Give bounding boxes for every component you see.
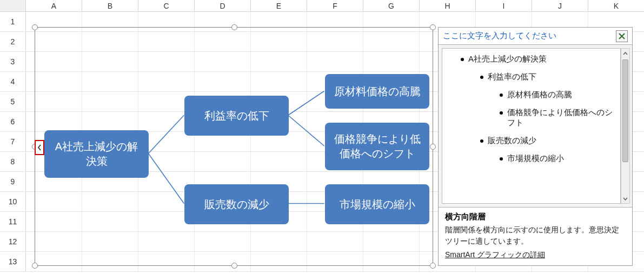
scroll-down-icon[interactable] xyxy=(621,194,629,203)
col-header[interactable]: A xyxy=(26,0,82,11)
pane-body: A社売上減少の解決策 利益率の低下 原材料価格の高騰 価格競争により低価格へのシ… xyxy=(439,45,632,207)
row-header[interactable]: 7 xyxy=(0,132,26,151)
row-header[interactable]: 12 xyxy=(0,232,26,251)
svg-line-0 xyxy=(148,115,184,153)
svg-line-1 xyxy=(148,153,184,204)
smartart-node[interactable]: 市場規模の縮小 xyxy=(325,184,429,224)
resize-handle[interactable] xyxy=(430,144,436,150)
smartart-node[interactable]: 利益率の低下 xyxy=(184,96,289,136)
pane-footer: 横方向階層 階層関係を横方向に示すのに使用します。意思決定ツリーに適しています。… xyxy=(439,207,632,265)
col-header[interactable]: H xyxy=(420,0,476,11)
scroll-up-icon[interactable] xyxy=(621,49,629,58)
svg-line-3 xyxy=(288,115,324,146)
outline-editor[interactable]: A社売上減少の解決策 利益率の低下 原材料価格の高騰 価格競争により低価格へのシ… xyxy=(442,48,621,204)
outline-item[interactable]: 市場規模の縮小 xyxy=(496,153,617,164)
pane-header: ここに文字を入力してください xyxy=(439,28,632,45)
col-header[interactable]: J xyxy=(532,0,588,11)
resize-handle[interactable] xyxy=(231,24,237,30)
smartart-text-pane: ここに文字を入力してください A社売上減少の解決策 利益率の低下 原材料価格の高… xyxy=(438,27,633,266)
close-icon xyxy=(619,33,625,39)
layout-name: 横方向階層 xyxy=(445,212,626,222)
col-header[interactable]: F xyxy=(307,0,363,11)
resize-handle[interactable] xyxy=(32,24,38,30)
layout-description: 階層関係を横方向に示すのに使用します。意思決定ツリーに適しています。 xyxy=(445,224,626,246)
row-header[interactable]: 13 xyxy=(0,252,26,271)
text-pane-toggle[interactable] xyxy=(35,140,44,155)
resize-handle[interactable] xyxy=(430,263,436,269)
row-header[interactable]: 6 xyxy=(0,112,26,131)
svg-line-2 xyxy=(288,91,324,115)
row-header[interactable]: 8 xyxy=(0,152,26,171)
smartart-node[interactable]: 販売数の減少 xyxy=(184,184,289,224)
pane-title: ここに文字を入力してください xyxy=(443,31,616,41)
row-header[interactable]: 5 xyxy=(0,92,26,111)
col-header[interactable]: E xyxy=(251,0,307,11)
col-header[interactable]: G xyxy=(363,0,420,11)
row-header[interactable]: 10 xyxy=(0,192,26,211)
outline-item[interactable]: 原材料価格の高騰 xyxy=(496,90,617,100)
scrollbar[interactable] xyxy=(621,48,630,204)
resize-handle[interactable] xyxy=(430,24,436,30)
col-header[interactable]: K xyxy=(588,0,644,11)
col-header[interactable]: B xyxy=(82,0,138,11)
smartart-details-link[interactable]: SmartArt グラフィックの詳細 xyxy=(445,250,545,259)
resize-handle[interactable] xyxy=(32,263,38,269)
outline-item[interactable]: A社売上減少の解決策 xyxy=(457,54,617,64)
col-header[interactable]: D xyxy=(195,0,251,11)
chevron-left-icon xyxy=(37,144,42,151)
smartart-node[interactable]: 価格競争により低価格へのシフト xyxy=(325,123,429,170)
row-header[interactable]: 2 xyxy=(0,32,26,51)
col-header[interactable]: C xyxy=(138,0,195,11)
smartart-node[interactable]: 原材料価格の高騰 xyxy=(325,74,429,109)
row-header[interactable]: 4 xyxy=(0,72,26,91)
outline-item[interactable]: 利益率の低下 xyxy=(477,72,617,82)
outline-item[interactable]: 価格競争により低価格へのシフト xyxy=(496,108,617,128)
smartart-canvas[interactable]: A社売上減少の解決策 利益率の低下 販売数の減少 原材料価格の高騰 価格競争によ… xyxy=(35,27,433,266)
row-header[interactable]: 11 xyxy=(0,212,26,231)
select-all-corner[interactable] xyxy=(0,0,26,11)
outline-item[interactable]: 販売数の減少 xyxy=(477,136,617,146)
scroll-thumb[interactable] xyxy=(622,59,628,162)
row-header[interactable]: 1 xyxy=(0,12,26,31)
pane-close-button[interactable] xyxy=(616,30,628,42)
smartart-node-root[interactable]: A社売上減少の解決策 xyxy=(44,130,149,178)
row-header[interactable]: 3 xyxy=(0,52,26,71)
col-header[interactable]: I xyxy=(476,0,532,11)
column-headers-row: A B C D E F G H I J K xyxy=(0,0,644,12)
row-header[interactable]: 9 xyxy=(0,172,26,191)
resize-handle[interactable] xyxy=(231,263,237,269)
